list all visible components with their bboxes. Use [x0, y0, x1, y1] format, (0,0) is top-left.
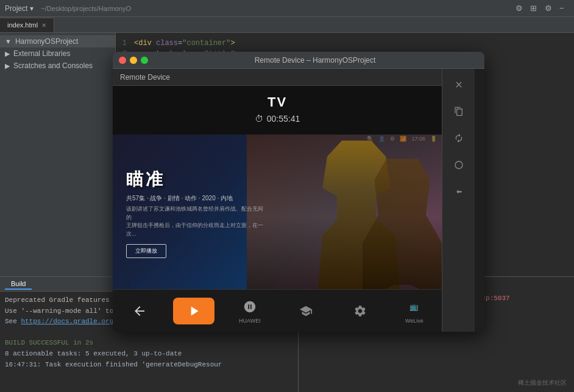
controls-panel [442, 69, 475, 332]
nav-play[interactable] [173, 298, 214, 324]
timer-value: 00:55:41 [267, 114, 300, 124]
hero-banner: 🔍 👤 ⚙ 📶 17:06 🔋 瞄准 共57集 · [113, 135, 442, 299]
breadcrumb: ~/Desktop/projects/HarmonyO [41, 5, 131, 12]
window-body: Remote Device TV ⏱ 00:55:41 [113, 69, 484, 332]
build-line-task-end: 16:47:31: Task execution finished 'gener… [5, 360, 293, 371]
welive-label: WeLive [405, 318, 423, 324]
watermark: 稀土掘金技术社区 [518, 379, 567, 387]
tv-screen: TV ⏱ 00:55:41 🔍 👤 ⚙ [113, 86, 442, 332]
tv-timer: ⏱ 00:55:41 [255, 114, 300, 124]
sidebar-project-label: HarmonyOSProject [15, 37, 78, 46]
scratches-icon: ▶ [5, 62, 10, 70]
hero-figure-2 [363, 159, 442, 299]
nav-huawei[interactable]: HUAWEI [227, 293, 273, 329]
window-minimize-button[interactable] [130, 57, 137, 64]
nav-settings[interactable] [339, 298, 381, 324]
sidebar-item-external-libraries[interactable]: ▶ External Libraries [0, 47, 115, 60]
education-icon [297, 303, 314, 320]
line-num-1: 1 [116, 39, 134, 47]
tab-index-html[interactable]: index.html ✕ [0, 18, 54, 32]
copy-control-button[interactable] [449, 102, 469, 121]
play-button[interactable]: 立即播放 [126, 244, 166, 258]
build-line-success: BUILD SUCCESSFUL in 2s [5, 338, 293, 349]
tab-close-icon[interactable]: ✕ [41, 22, 46, 29]
play-icon [185, 303, 202, 320]
rotate-control-button[interactable] [449, 128, 469, 148]
back-icon [131, 303, 148, 320]
timer-icon: ⏱ [255, 114, 263, 124]
nav-education[interactable] [285, 298, 327, 324]
sidebar-item-scratches[interactable]: ▶ Scratches and Consoles [0, 60, 115, 72]
sidebar-scratches-label: Scratches and Consoles [13, 61, 93, 70]
project-label: Project [5, 4, 27, 13]
project-menu[interactable]: Project ▾ [5, 4, 34, 13]
config-icon[interactable]: ⚙ [545, 4, 555, 13]
hero-meta: 共57集 · 战争 · 剧情 · 动作 · 2020 · 内地 [126, 194, 233, 203]
layout-icon[interactable]: ⊞ [530, 4, 540, 13]
window-title: Remote Device – HarmonyOSProject [152, 56, 478, 65]
close-control-button[interactable] [449, 75, 469, 94]
remote-device-window[interactable]: Remote Device – HarmonyOSProject Remote … [113, 52, 484, 332]
nav-back[interactable] [119, 298, 160, 324]
toolbar-icons: ⚙ ⊞ ⚙ − [516, 4, 569, 13]
hero-title-cn: 瞄准 [126, 168, 165, 191]
circle-control-button[interactable] [449, 155, 469, 175]
device-panel: Remote Device TV ⏱ 00:55:41 [113, 69, 442, 332]
device-header-title: Remote Device [120, 73, 170, 82]
folder-icon: ▼ [5, 38, 12, 45]
tv-label: TV [268, 94, 287, 110]
settings-icon[interactable]: ⚙ [516, 4, 525, 13]
code-content-1: <div class="container"> [134, 39, 235, 47]
build-tab[interactable]: Build [5, 279, 32, 290]
ide-toolbar: Project ▾ ~/Desktop/projects/HarmonyO ⚙ … [0, 0, 574, 17]
minimize-icon[interactable]: − [559, 4, 569, 13]
huawei-icon [241, 298, 258, 315]
hero-description: 该剧讲述了苏文谦和池铁城两名曾经并肩作战、配合无间的王牌狙击手携枪后，由于信仰的… [126, 205, 266, 238]
tv-content: 🔍 👤 ⚙ 📶 17:06 🔋 瞄准 共57集 · [113, 135, 442, 332]
svg-point-0 [455, 161, 462, 169]
tab-bar: index.html ✕ [0, 17, 574, 33]
project-dropdown-icon: ▾ [30, 4, 34, 13]
back-control-button[interactable] [449, 182, 469, 201]
nav-welive[interactable]: 📺 WeLive [393, 293, 436, 329]
sidebar-item-harmonyosproject[interactable]: ▼ HarmonyOSProject [0, 35, 115, 47]
window-close-button[interactable] [119, 57, 126, 64]
code-line-1: 1 <div class="container"> [116, 38, 574, 49]
window-titlebar: Remote Device – HarmonyOSProject [113, 52, 484, 69]
tv-bottom-nav: HUAWEI [113, 289, 442, 332]
tab-filename: index.html [7, 21, 38, 29]
build-line-tasks: 8 actionable tasks: 5 executed, 3 up-to-… [5, 349, 293, 360]
settings-nav-icon [352, 303, 369, 320]
welive-icon: 📺 [406, 298, 423, 315]
library-icon: ▶ [5, 50, 10, 58]
window-maximize-button[interactable] [141, 57, 148, 64]
huawei-label: HUAWEI [239, 318, 261, 324]
sidebar-libraries-label: External Libraries [13, 49, 70, 58]
device-header: Remote Device [113, 69, 442, 86]
